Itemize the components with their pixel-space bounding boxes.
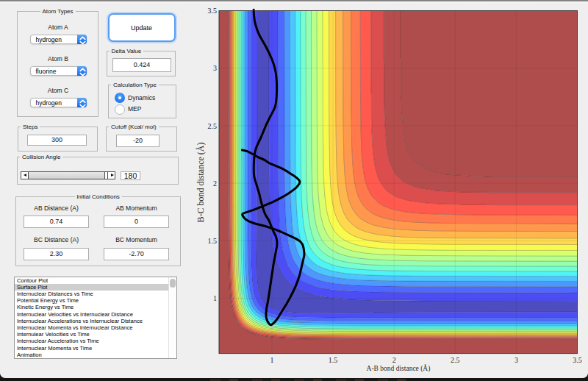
svg-text:3.5: 3.5 bbox=[208, 7, 218, 15]
svg-text:B-C bond distance (Å): B-C bond distance (Å) bbox=[196, 143, 206, 223]
svg-text:1: 1 bbox=[213, 294, 217, 302]
svg-text:1.5: 1.5 bbox=[208, 237, 218, 245]
svg-text:2.5: 2.5 bbox=[208, 122, 218, 130]
svg-text:3: 3 bbox=[514, 356, 518, 364]
svg-text:2.5: 2.5 bbox=[451, 356, 460, 364]
svg-text:1: 1 bbox=[270, 356, 274, 364]
svg-text:A-B bond distance (Å): A-B bond distance (Å) bbox=[367, 364, 431, 373]
svg-text:3: 3 bbox=[213, 64, 217, 72]
svg-text:2: 2 bbox=[392, 356, 396, 364]
svg-text:3.5: 3.5 bbox=[573, 356, 582, 364]
svg-text:1.5: 1.5 bbox=[329, 356, 338, 364]
svg-text:2: 2 bbox=[213, 179, 217, 188]
